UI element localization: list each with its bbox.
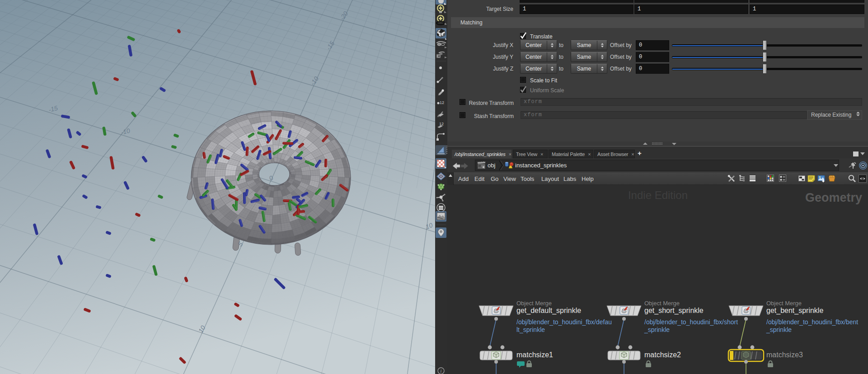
svg-text:i: i: [440, 369, 441, 374]
svg-text:12: 12: [440, 100, 444, 105]
svg-text:Object Merge: Object Merge: [766, 300, 802, 307]
svg-text:Object Merge: Object Merge: [644, 300, 680, 307]
svg-text:Indie Edition: Indie Edition: [628, 189, 688, 201]
svg-text:matchsize1: matchsize1: [516, 351, 553, 359]
svg-text:/obj/blender_to_houdini_fbx/de: /obj/blender_to_houdini_fbx/defau: [516, 318, 612, 326]
svg-text:get_short_sprinkle: get_short_sprinkle: [644, 307, 704, 315]
svg-text:/obj/blender_to_houdini_fbx/sh: /obj/blender_to_houdini_fbx/short: [644, 318, 738, 326]
svg-text:matchsize2: matchsize2: [644, 351, 681, 359]
svg-text:Object Merge: Object Merge: [516, 300, 552, 307]
svg-text:Geometry: Geometry: [805, 191, 862, 204]
svg-text:_sprinkle: _sprinkle: [766, 326, 792, 333]
svg-text:/obj/blender_to_houdini_fbx/be: /obj/blender_to_houdini_fbx/bent: [766, 318, 858, 326]
svg-text:_sprinkle: _sprinkle: [644, 326, 670, 333]
svg-text:matchsize3: matchsize3: [766, 351, 803, 359]
svg-text:lt_sprinkle: lt_sprinkle: [516, 326, 545, 333]
svg-text:get_bent_sprinkle: get_bent_sprinkle: [766, 307, 823, 315]
svg-text:get_default_sprinkle: get_default_sprinkle: [516, 307, 581, 315]
svg-text:12: 12: [439, 122, 444, 126]
